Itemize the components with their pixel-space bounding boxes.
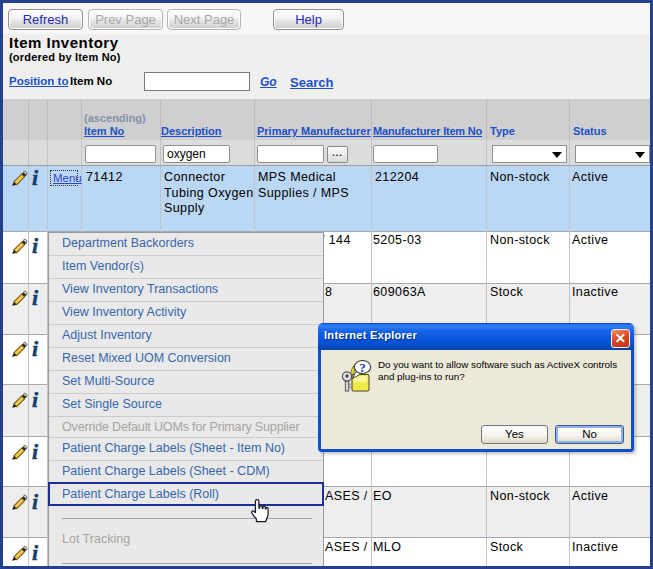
svg-text:?: ?	[359, 360, 366, 375]
